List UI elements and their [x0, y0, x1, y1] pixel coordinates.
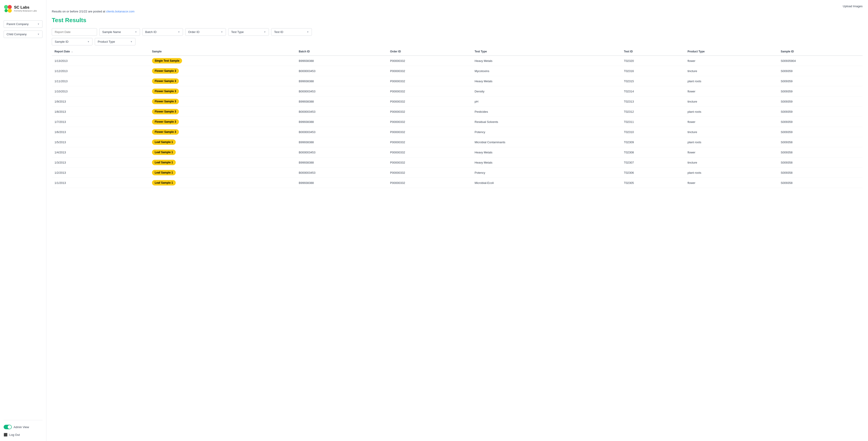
child-company-dropdown[interactable]: Child Company ▼	[4, 31, 42, 38]
cell-batch-id: B000003453	[296, 86, 388, 97]
filter-row-1: Sample Name ▼ Batch ID ▼ Order ID ▼ Test…	[52, 28, 863, 36]
cell-test-type: Potency	[472, 127, 621, 137]
cell-order-id: P00000332	[388, 97, 472, 107]
cell-sample-id: S009358	[778, 147, 863, 158]
cell-batch-id: B000003453	[296, 66, 388, 76]
cell-test-id: T02310	[621, 127, 685, 137]
product-type-dropdown[interactable]: Product Type ▼	[95, 38, 135, 45]
cell-sample-id: S009359	[778, 76, 863, 86]
cell-test-id: T02320	[621, 56, 685, 66]
table-row[interactable]: 1/8/2013 Flower Sample 3 B000003453 P000…	[52, 107, 863, 117]
table-row[interactable]: 1/1/2013 Leaf Sample 1 B99938388 P000003…	[52, 178, 863, 188]
col-order-id: Order ID	[388, 48, 472, 56]
cell-date: 1/5/2013	[52, 137, 149, 147]
table-row[interactable]: 1/6/2013 Flower Sample 3 B000003453 P000…	[52, 127, 863, 137]
sample-badge: Flower Sample 3	[152, 99, 179, 104]
cell-product-type: tincture	[685, 127, 778, 137]
cell-test-type: pH	[472, 97, 621, 107]
sample-badge: Leaf Sample 1	[152, 160, 176, 165]
cell-sample-id: S009359	[778, 117, 863, 127]
cell-order-id: P00000332	[388, 66, 472, 76]
cell-date: 1/8/2013	[52, 107, 149, 117]
table-row[interactable]: 1/4/2013 Leaf Sample 1 B000003453 P00000…	[52, 147, 863, 158]
filter-row-2: Sample ID ▼ Product Type ▼	[52, 38, 863, 45]
cell-sample-id: S009358	[778, 158, 863, 168]
cell-sample-id: S009359	[778, 66, 863, 76]
batch-id-dropdown[interactable]: Batch ID ▼	[142, 28, 183, 36]
cell-product-type: flower	[685, 147, 778, 158]
cell-test-type: Density	[472, 86, 621, 97]
toggle-knob	[8, 425, 11, 429]
cell-order-id: P00000332	[388, 168, 472, 178]
upload-images-link[interactable]: Upload Images	[843, 4, 863, 8]
cell-test-type: Heavy Metals	[472, 76, 621, 86]
logo-area: SC Labs Formerly Botanacor Labs	[4, 4, 42, 13]
cell-batch-id: B99938388	[296, 158, 388, 168]
cell-product-type: plant roots	[685, 137, 778, 147]
cell-order-id: P00000332	[388, 107, 472, 117]
sample-badge: Single Test Sample	[152, 58, 182, 64]
report-date-input[interactable]	[52, 28, 97, 36]
table-row[interactable]: 1/9/2013 Flower Sample 3 B99938388 P0000…	[52, 97, 863, 107]
col-test-type: Test Type	[472, 48, 621, 56]
child-company-label: Child Company	[6, 33, 27, 36]
info-bar: Results on or before 2/1/22 are posted a…	[52, 10, 863, 13]
logo-icon	[4, 4, 12, 13]
botanacor-link[interactable]: clients.botanacor.com	[106, 10, 134, 13]
results-table-container: Report Date ↓ Sample Batch ID Order ID T…	[52, 48, 863, 188]
col-report-date[interactable]: Report Date ↓	[52, 48, 149, 56]
cell-test-id: T02307	[621, 158, 685, 168]
logo-title: SC Labs	[14, 5, 37, 10]
cell-sample: Leaf Sample 1	[149, 158, 296, 168]
cell-date: 1/13/2013	[52, 56, 149, 66]
admin-view-toggle[interactable]	[4, 425, 12, 429]
table-header-row: Report Date ↓ Sample Batch ID Order ID T…	[52, 48, 863, 56]
logout-icon: ⬛	[4, 433, 7, 437]
cell-sample-id: S009359	[778, 97, 863, 107]
cell-test-id: T02305	[621, 178, 685, 188]
col-product-type: Product Type	[685, 48, 778, 56]
cell-batch-id: B000003453	[296, 147, 388, 158]
table-row[interactable]: 1/2/2013 Leaf Sample 1 B000003453 P00000…	[52, 168, 863, 178]
test-type-dropdown[interactable]: Test Type ▼	[228, 28, 269, 36]
logout-row[interactable]: ⬛ Log Out	[4, 433, 42, 437]
table-row[interactable]: 1/11/2013 Flower Sample 3 B99938388 P000…	[52, 76, 863, 86]
cell-sample: Flower Sample 3	[149, 117, 296, 127]
info-text: Results on or before 2/1/22 are posted a…	[52, 10, 105, 13]
sample-id-dropdown[interactable]: Sample ID ▼	[52, 38, 93, 45]
sort-desc-icon: ↓	[71, 50, 72, 53]
table-row[interactable]: 1/10/2013 Flower Sample 3 B000003453 P00…	[52, 86, 863, 97]
sample-badge: Leaf Sample 1	[152, 180, 176, 185]
cell-test-id: T02314	[621, 86, 685, 97]
cell-test-id: T02313	[621, 97, 685, 107]
table-row[interactable]: 1/3/2013 Leaf Sample 1 B99938388 P000003…	[52, 158, 863, 168]
test-id-dropdown[interactable]: Test ID ▼	[271, 28, 312, 36]
sample-name-dropdown[interactable]: Sample Name ▼	[99, 28, 140, 36]
cell-test-id: T02306	[621, 168, 685, 178]
cell-order-id: P00000332	[388, 147, 472, 158]
order-id-dropdown[interactable]: Order ID ▼	[185, 28, 226, 36]
table-row[interactable]: 1/5/2013 Leaf Sample 1 B99938388 P000003…	[52, 137, 863, 147]
parent-company-dropdown[interactable]: Parent Company ▼	[4, 20, 42, 28]
sample-badge: Flower Sample 3	[152, 78, 179, 84]
cell-sample-id: S009358	[778, 178, 863, 188]
table-row[interactable]: 1/13/2013 Single Test Sample B99938388 P…	[52, 56, 863, 66]
table-row[interactable]: 1/7/2013 Flower Sample 3 B99938388 P0000…	[52, 117, 863, 127]
table-row[interactable]: 1/12/2013 Flower Sample 3 B000003453 P00…	[52, 66, 863, 76]
cell-order-id: P00000332	[388, 178, 472, 188]
parent-company-label: Parent Company	[6, 22, 29, 26]
cell-test-type: Microbial Contaminants	[472, 137, 621, 147]
cell-sample: Leaf Sample 1	[149, 147, 296, 158]
cell-sample-id: S009358	[778, 137, 863, 147]
cell-sample-id: S009359	[778, 86, 863, 97]
cell-sample: Leaf Sample 1	[149, 137, 296, 147]
cell-batch-id: B99938388	[296, 56, 388, 66]
cell-test-type: Heavy Metals	[472, 147, 621, 158]
cell-sample: Flower Sample 3	[149, 97, 296, 107]
cell-sample: Leaf Sample 1	[149, 168, 296, 178]
col-sample-id: Sample ID	[778, 48, 863, 56]
cell-product-type: plant roots	[685, 107, 778, 117]
order-id-label: Order ID	[188, 30, 199, 34]
cell-test-type: Heavy Metals	[472, 56, 621, 66]
cell-date: 1/9/2013	[52, 97, 149, 107]
